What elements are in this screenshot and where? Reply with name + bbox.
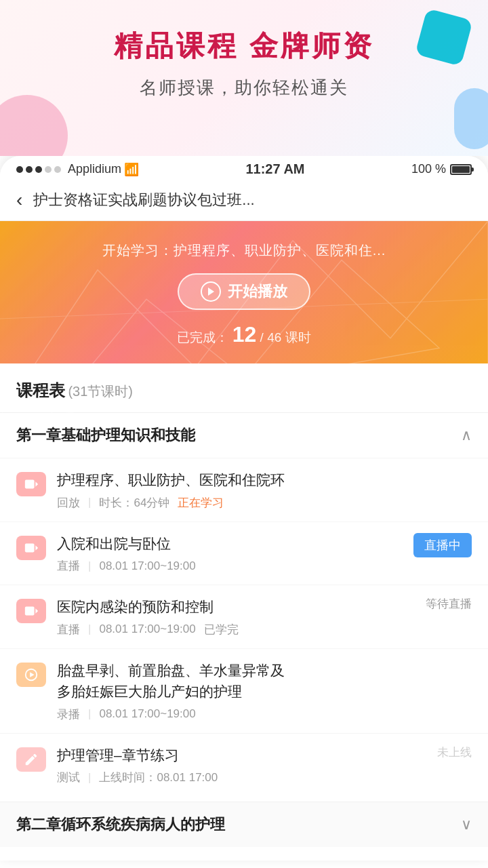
signal-dot-1 [16,166,23,173]
chapter2-header[interactable]: 第二章循环系统疾病病人的护理 ∨ [0,802,488,847]
schedule-count: (31节课时) [68,384,133,399]
signal-dot-5 [54,166,61,173]
hero-area: 精品课程 金牌师资 名师授课，助你轻松通关 [0,0,488,156]
list-item[interactable]: 护理程序、职业防护、医院和住院环 回放 | 时长：64分钟 正在学习 [0,458,488,521]
svg-rect-6 [25,543,35,552]
lesson-meta: 直播 | 08.01 17:00~19:00 [57,558,403,574]
lesson-completed: 已学完 [204,622,239,637]
list-item[interactable]: 入院和出院与卧位 直播 | 08.01 17:00~19:00 直播中 [0,521,488,585]
lesson-title: 胎盘早剥、前置胎盘、羊水量异常及多胎妊娠巨大胎儿产妇的护理 [57,660,472,703]
divider: | [88,559,91,573]
status-time: 11:27 AM [245,161,304,177]
content-area: 课程表 (31节课时) 第一章基础护理知识和技能 ∧ 护理程序、职业防护、医院和… [0,363,488,861]
back-button[interactable]: ‹ [16,189,22,211]
svg-rect-4 [25,480,35,489]
progress-current: 12 [232,322,257,347]
offline-badge: 未上线 [437,745,472,760]
play-circle-icon [201,281,221,302]
lesson-time: 08.01 17:00~19:00 [99,623,195,636]
schedule-title: 课程表 [16,381,65,399]
svg-marker-3 [208,288,214,296]
svg-rect-8 [25,607,35,616]
divider: | [88,623,91,636]
divider: | [88,771,91,785]
progress-unit: 课时 [285,330,311,344]
lesson-type: 测试 [57,770,80,785]
lesson-content: 胎盘早剥、前置胎盘、羊水量异常及多胎妊娠巨大胎儿产妇的护理 录播 | 08.01… [57,660,472,722]
lesson-content: 入院和出院与卧位 直播 | 08.01 17:00~19:00 [57,533,403,574]
phone-frame: Applidium 📶 11:27 AM 100 % ‹ 护士资格证实战刷题协议… [0,156,488,861]
lesson-title: 医院内感染的预防和控制 [57,596,415,618]
signal-dot-3 [35,166,42,173]
divider: | [88,496,91,509]
progress-text: 已完成： 12 / 46 课时 [16,322,472,347]
status-bar: Applidium 📶 11:27 AM 100 % [0,156,488,182]
lesson-type: 直播 [57,558,80,574]
lesson-meta: 测试 | 上线时间：08.01 17:00 [57,770,426,785]
status-left: Applidium 📶 [16,162,139,177]
signal-dot-2 [26,166,33,173]
svg-marker-7 [35,545,38,550]
list-item[interactable]: 医院内感染的预防和控制 直播 | 08.01 17:00~19:00 已学完 等… [0,585,488,648]
video-icon [16,536,46,560]
battery-icon [450,164,472,175]
hero-subtitle: 名师授课，助你轻松通关 [27,76,461,100]
chapter1-header[interactable]: 第一章基础护理知识和技能 ∧ [0,413,488,458]
lesson-meta: 回放 | 时长：64分钟 正在学习 [57,495,472,511]
lesson-time: 08.01 17:00~19:00 [99,707,195,721]
video-icon [16,472,46,496]
battery-fill [452,166,470,173]
lesson-title: 入院和出院与卧位 [57,533,403,555]
carrier-label: Applidium [68,162,121,176]
lesson-status: 正在学习 [178,495,224,511]
progress-prefix: 已完成： [177,330,228,344]
hero-title: 精品课程 金牌师资 [27,27,461,65]
lesson-time: 08.01 17:00~19:00 [99,559,195,573]
progress-total: 46 [267,330,281,344]
video-label: 开始学习：护理程序、职业防护、医院和住... [16,241,472,260]
chapter1-arrow-icon: ∧ [461,427,472,444]
lesson-title: 护理程序、职业防护、医院和住院环 [57,469,472,491]
lesson-badge: 直播中 [413,533,472,557]
lesson-time: 上线时间：08.01 17:00 [99,770,218,785]
chapter2-title: 第二章循环系统疾病病人的护理 [16,814,225,835]
lesson-content: 护理程序、职业防护、医院和住院环 回放 | 时长：64分钟 正在学习 [57,469,472,511]
list-item[interactable]: 胎盘早剥、前置胎盘、羊水量异常及多胎妊娠巨大胎儿产妇的护理 录播 | 08.01… [0,648,488,733]
list-item[interactable]: 护理管理–章节练习 测试 | 上线时间：08.01 17:00 未上线 [0,733,488,797]
lesson-type: 录播 [57,707,80,722]
deco-pink-circle [0,95,68,156]
lesson-content: 护理管理–章节练习 测试 | 上线时间：08.01 17:00 [57,745,426,786]
wifi-icon: 📶 [124,162,139,177]
video-banner: 开始学习：护理程序、职业防护、医院和住... 开始播放 已完成： 12 / 46… [0,221,488,363]
svg-marker-11 [30,672,34,677]
pencil-icon [16,747,46,772]
play-label: 开始播放 [228,281,287,302]
video-icon [16,663,46,687]
nav-title: 护士资格证实战刷题协议包过班... [33,190,254,210]
play-button[interactable]: 开始播放 [178,273,310,310]
lesson-badge: 未上线 [437,745,472,760]
lesson-content: 医院内感染的预防和控制 直播 | 08.01 17:00~19:00 已学完 [57,596,415,637]
video-icon [16,599,46,623]
svg-marker-9 [35,608,38,613]
waiting-badge: 等待直播 [426,596,472,612]
lesson-meta: 录播 | 08.01 17:00~19:00 [57,707,472,722]
chapter1-title: 第一章基础护理知识和技能 [16,425,195,446]
lesson-type: 回放 [57,495,80,511]
chapter2-arrow-icon: ∨ [461,816,472,833]
deco-blue-rect [454,88,488,149]
battery-percent: 100 % [411,162,446,176]
lesson-type: 直播 [57,622,80,637]
lesson-duration: 时长：64分钟 [99,495,169,511]
lesson-badge: 等待直播 [426,596,472,612]
lesson-title: 护理管理–章节练习 [57,745,426,766]
live-badge: 直播中 [413,533,472,557]
divider: | [88,707,91,721]
lesson-meta: 直播 | 08.01 17:00~19:00 已学完 [57,622,415,637]
svg-marker-5 [35,481,38,486]
signal-dot-4 [45,166,52,173]
schedule-header: 课程表 (31节课时) [0,363,488,413]
nav-bar: ‹ 护士资格证实战刷题协议包过班... [0,182,488,221]
progress-separator: / [260,330,264,344]
status-right: 100 % [411,162,472,176]
